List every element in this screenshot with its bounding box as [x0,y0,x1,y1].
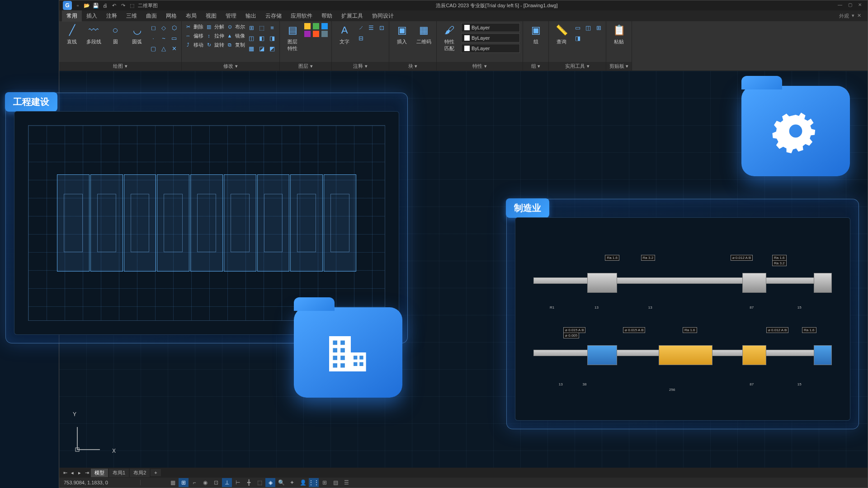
tool-多段线[interactable]: 〰多段线 [84,23,104,45]
ribbon-tab-4[interactable]: 曲面 [142,10,161,22]
status-toggle-0[interactable]: ▦ [168,478,178,487]
tab-next-icon[interactable]: ▸ [76,470,83,476]
tool-small[interactable]: ◻ [149,23,158,32]
ribbon-tab-2[interactable]: 注释 [102,10,122,22]
tool-small[interactable]: ▭ [573,23,582,32]
tool-旋转[interactable]: ↻旋转 [205,41,224,48]
ribbon-tab-7[interactable]: 视图 [201,10,221,22]
status-toggle-3[interactable]: ◉ [200,478,210,487]
tool-移动[interactable]: ⤴移动 [184,41,203,48]
tool-small[interactable]: ⊡ [377,23,386,32]
layer-swatch[interactable] [321,31,328,37]
panel-title[interactable]: 修改 ▾ [182,62,279,70]
layer-swatch[interactable] [321,23,328,29]
ribbon-tab-11[interactable]: 应用软件 [286,10,317,22]
layer-swatch[interactable] [313,31,319,37]
status-toggle-9[interactable]: ◈ [265,478,275,487]
tool-small[interactable]: ▦ [247,44,256,53]
tool-small[interactable]: ◨ [573,33,582,42]
ribbon-tab-0[interactable]: 常用 [62,10,82,22]
layer-swatch[interactable] [304,31,311,37]
status-toggle-14[interactable]: ⊞ [320,478,330,487]
tool-分解[interactable]: ▥分解 [205,23,224,30]
tab-prev-icon[interactable]: ◂ [69,470,75,476]
tool-删除[interactable]: ✂删除 [184,23,203,30]
tool-small[interactable]: ⊞ [594,23,603,32]
tool-二维码[interactable]: ▦二维码 [414,23,434,45]
tool-small[interactable]: ◧ [257,33,266,42]
save-icon[interactable]: 💾 [93,2,99,9]
tool-small[interactable]: ⬡ [170,23,179,32]
tool-small[interactable]: ◇ [159,23,168,32]
ribbon-tab-8[interactable]: 管理 [221,10,241,22]
layer-swatch[interactable] [304,23,311,29]
cube-icon[interactable]: ⬚ [129,2,135,9]
ribbon-tab-5[interactable]: 网格 [161,10,181,22]
tool-small[interactable]: ◫ [247,33,256,42]
panel-title[interactable]: 绘图 ▾ [59,62,181,70]
tool-查询[interactable]: 📏查询 [552,23,571,45]
tool-布尔[interactable]: ⊙布尔 [226,23,245,30]
open-icon[interactable]: 📂 [84,2,90,9]
property-field[interactable]: ByLayer [461,23,520,32]
status-toggle-2[interactable]: ⌐ [189,478,199,487]
panel-title[interactable]: 组 ▾ [523,62,548,70]
panel-title[interactable]: 块 ▾ [389,62,436,70]
panel-title[interactable]: 注释 ▾ [332,62,389,70]
layout-tab-模型[interactable]: 模型 [91,469,108,477]
tool-圆[interactable]: ○圆 [105,23,125,45]
tab-first-icon[interactable]: ⇤ [62,470,68,476]
new-icon[interactable]: ▫ [75,2,81,9]
ribbon-tab-12[interactable]: 帮助 [317,10,337,22]
status-toggle-5[interactable]: ⊥ [222,478,232,487]
status-toggle-13[interactable]: ⋮⋮ [309,478,319,487]
workspace-label[interactable]: 二维草图 [138,2,158,9]
status-toggle-16[interactable]: ☰ [341,478,351,487]
tool-直线[interactable]: ╱直线 [62,23,82,45]
tab-last-icon[interactable]: ⇥ [84,470,90,476]
tool-small[interactable]: ◨ [268,33,277,42]
tool-small[interactable]: ☰ [367,23,376,32]
status-toggle-15[interactable]: ▤ [330,478,340,487]
print-icon[interactable]: 🖨 [102,2,108,9]
panel-title[interactable]: 图层 ▾ [280,62,331,70]
ribbon-tab-6[interactable]: 布局 [181,10,201,22]
appearance-label[interactable]: 外观 [839,13,849,19]
status-toggle-6[interactable]: ⊢ [233,478,243,487]
close-btn[interactable]: ✕ [856,2,864,9]
redo-icon[interactable]: ↷ [120,2,126,9]
status-toggle-11[interactable]: ✦ [287,478,297,487]
layout-tab-布局1[interactable]: 布局1 [109,469,129,477]
layout-tab-布局2[interactable]: 布局2 [130,469,150,477]
minimize-btn[interactable]: — [836,2,844,9]
tool-粘贴[interactable]: 📋粘贴 [609,23,629,45]
tool-small[interactable]: ✕ [170,44,179,53]
tool-small[interactable]: ▢ [149,44,158,53]
tool-组[interactable]: ▣组 [526,23,546,45]
ribbon-min-icon[interactable]: ▾ [852,13,854,19]
tool-small[interactable]: ◫ [584,23,593,32]
panel-title[interactable]: 特性 ▾ [437,62,523,70]
tool-small[interactable]: ⬚ [257,23,266,32]
app-logo[interactable]: G [63,1,72,10]
tool-拉伸[interactable]: ↕拉伸 [205,32,224,39]
status-toggle-8[interactable]: ⬚ [255,478,264,487]
tool-圆弧[interactable]: ◡圆弧 [127,23,147,45]
tool-图层
特性[interactable]: ▤图层特性 [283,23,302,52]
tool-small[interactable]: ◪ [257,44,266,53]
ribbon-tab-9[interactable]: 输出 [241,10,261,22]
property-field[interactable]: ByLayer [461,33,520,42]
tool-镜像[interactable]: ▲镜像 [226,32,245,39]
tool-small[interactable]: △ [159,44,168,53]
tool-small[interactable]: ⊟ [356,33,365,42]
tool-特性
匹配[interactable]: 🖌特性匹配 [439,23,459,52]
tool-文字[interactable]: A文字 [335,23,354,45]
panel-title[interactable]: 剪贴板 ▾ [606,62,632,70]
status-toggle-12[interactable]: 👤 [298,478,308,487]
ribbon-tab-3[interactable]: 三维 [122,10,142,22]
add-layout-btn[interactable]: + [151,469,160,476]
ribbon-tab-10[interactable]: 云存储 [261,10,286,22]
tool-small[interactable]: · [149,33,158,42]
tool-small[interactable]: ≡ [268,23,277,32]
status-toggle-10[interactable]: 🔍 [276,478,286,487]
